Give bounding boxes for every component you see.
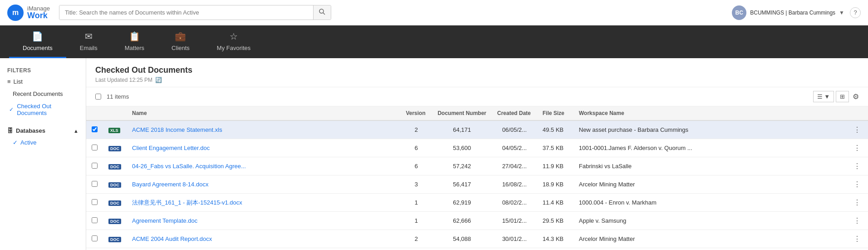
logo-text: iManage Work [27, 5, 50, 20]
avatar: BC [732, 5, 746, 20]
doc-workspace-6: Arcelor Mining Matter [574, 230, 846, 248]
help-button[interactable]: ? [850, 7, 861, 18]
column-settings-icon[interactable]: ⚙ [853, 92, 859, 101]
doc-name-3[interactable]: Bayard Agreement 8-14.docx [127, 175, 400, 194]
row-menu-button-1[interactable]: ⋮ [852, 143, 863, 153]
row-menu-button-6[interactable]: ⋮ [852, 234, 863, 244]
doc-size-5: 29.5 KB [537, 212, 574, 230]
th-version[interactable]: Version [400, 106, 432, 120]
row-actions-3: ⋮ [846, 175, 868, 194]
databases-icon: 🗄 [7, 127, 13, 134]
th-type [103, 106, 127, 120]
row-checkbox-0 [86, 120, 103, 139]
select-all-checkbox[interactable] [95, 94, 101, 100]
clients-icon: 💼 [175, 31, 186, 42]
doc-size-3: 18.9 KB [537, 175, 574, 194]
doc-version-2: 6 [400, 157, 432, 175]
sidebar-item-list[interactable]: ≡ List [0, 75, 86, 88]
toolbar-row: 11 items ☰ ▼ ⊞ ⚙ [86, 87, 868, 106]
table-row: doc Client Engagement Letter.doc 6 53,60… [86, 139, 868, 157]
row-select-2[interactable] [92, 163, 98, 169]
row-actions-4: ⋮ [846, 194, 868, 212]
row-actions-2: ⋮ [846, 157, 868, 175]
row-select-3[interactable] [92, 181, 98, 187]
doc-number-4: 62,919 [432, 194, 491, 212]
tab-my-favorites[interactable]: ☆ My Favorites [203, 25, 264, 58]
row-menu-button-2[interactable]: ⋮ [852, 161, 863, 171]
doc-number-0: 64,171 [432, 120, 491, 139]
item-count: 11 items [107, 93, 129, 100]
sidebar-item-recent-docs[interactable]: Recent Documents [0, 88, 86, 100]
row-actions-6: ⋮ [846, 230, 868, 248]
svg-point-0 [319, 9, 324, 13]
row-select-1[interactable] [92, 145, 98, 150]
row-menu-button-3[interactable]: ⋮ [852, 179, 863, 190]
row-select-4[interactable] [92, 199, 98, 205]
doc-name-1[interactable]: Client Engagement Letter.doc [127, 139, 400, 157]
row-select-6[interactable] [92, 235, 98, 241]
row-actions-5: ⋮ [846, 212, 868, 230]
tab-matters[interactable]: 📋 Matters [111, 25, 158, 58]
sidebar-item-checked-out[interactable]: ✓ Checked Out Documents [0, 100, 86, 119]
doc-workspace-2: Fabrinski vs LaSalle [574, 157, 846, 175]
row-checkbox-1 [86, 139, 103, 157]
doc-name-0[interactable]: ACME 2018 Income Statement.xls [127, 120, 400, 139]
svg-line-1 [323, 13, 325, 15]
doc-version-3: 3 [400, 175, 432, 194]
file-badge-2: doc [108, 164, 121, 170]
row-menu-button-4[interactable]: ⋮ [852, 197, 863, 208]
sidebar-item-active[interactable]: ✓ Active [0, 137, 86, 148]
table-row: doc Agreement Template.doc 1 62,666 15/0… [86, 212, 868, 230]
th-name[interactable]: Name [127, 106, 400, 120]
sidebar-databases-header[interactable]: 🗄 Databases ▲ [0, 125, 86, 137]
list-view-button[interactable]: ☰ ▼ [813, 91, 834, 102]
doc-name-6[interactable]: ACME 2004 Audit Report.docx [127, 230, 400, 248]
logo-icon: m [7, 5, 24, 21]
doc-version-1: 6 [400, 139, 432, 157]
documents-table: Name Version Document Number Created Dat… [86, 106, 868, 248]
doc-version-4: 1 [400, 194, 432, 212]
tab-clients[interactable]: 💼 Clients [158, 25, 203, 58]
tab-documents[interactable]: 📄 Documents [9, 25, 66, 58]
th-docnumber[interactable]: Document Number [432, 106, 491, 120]
th-checkbox [86, 106, 103, 120]
row-menu-button-0[interactable]: ⋮ [852, 125, 863, 135]
th-size[interactable]: File Size [537, 106, 574, 120]
doc-workspace-0: New asset purchase - Barbara Cummings [574, 120, 846, 139]
row-checkbox-5 [86, 212, 103, 230]
topbar: m iManage Work BC BCUMMINGS | Barbara Cu… [0, 0, 868, 25]
file-type-0: xls [103, 120, 127, 139]
doc-workspace-5: Apple v. Samsung [574, 212, 846, 230]
row-menu-button-5[interactable]: ⋮ [852, 215, 863, 226]
doc-version-6: 2 [400, 230, 432, 248]
user-dropdown-icon[interactable]: ▼ [839, 10, 844, 16]
row-select-5[interactable] [92, 217, 98, 223]
doc-number-6: 54,088 [432, 230, 491, 248]
row-actions-0: ⋮ [846, 120, 868, 139]
matters-icon: 📋 [129, 31, 140, 42]
search-bar [59, 5, 331, 20]
doc-name-5[interactable]: Agreement Template.doc [127, 212, 400, 230]
file-badge-6: doc [108, 237, 121, 242]
doc-name-2[interactable]: 04-26_Fabs vs LaSalle. Acquisition Agree… [127, 157, 400, 175]
th-workspace[interactable]: Workspace Name [574, 106, 846, 120]
doc-date-4: 08/02/2... [492, 194, 537, 212]
databases-arrow-icon: ▲ [74, 128, 78, 134]
page-title: Checked Out Documents [95, 65, 859, 75]
main-layout: Filters ≡ List Recent Documents ✓ Checke… [0, 58, 868, 250]
doc-workspace-4: 1000.004 - Enron v. Markham [574, 194, 846, 212]
grid-view-button[interactable]: ⊞ [836, 91, 849, 102]
refresh-icon[interactable]: 🔄 [155, 77, 162, 83]
row-checkbox-6 [86, 230, 103, 248]
search-input[interactable] [59, 5, 313, 20]
search-button[interactable] [313, 5, 331, 20]
row-select-0[interactable] [92, 126, 98, 132]
sidebar-databases-group: 🗄 Databases ▲ ✓ Active [0, 125, 86, 148]
th-date[interactable]: Created Date [492, 106, 537, 120]
file-type-4: doc [103, 194, 127, 212]
tab-emails[interactable]: ✉ Emails [66, 25, 111, 58]
doc-number-1: 53,600 [432, 139, 491, 157]
file-type-1: doc [103, 139, 127, 157]
list-icon: ≡ [7, 78, 11, 85]
doc-name-4[interactable]: 法律意见书_161_1 - 副本-152415-v1.docx [127, 194, 400, 212]
